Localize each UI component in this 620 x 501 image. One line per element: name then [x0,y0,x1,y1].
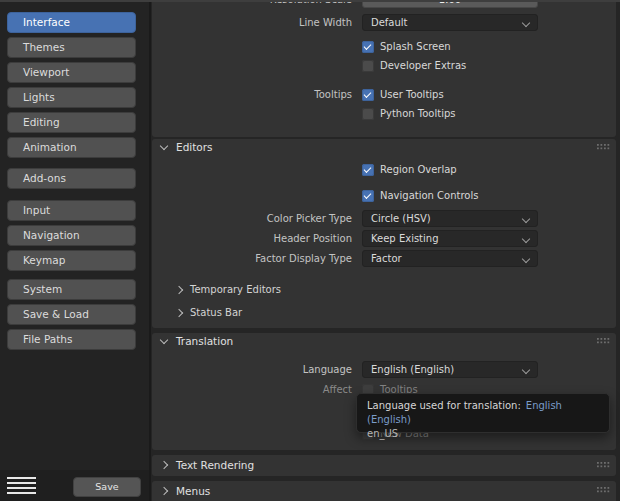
editors-panel-title: Editors [176,139,213,155]
color-picker-type-label: Color Picker Type [152,210,352,227]
sidebar-item-navigation[interactable]: Navigation [7,225,136,246]
temporary-editors-title: Temporary Editors [190,283,281,297]
header-position-label: Header Position [152,230,352,247]
translation-panel-title: Translation [176,333,233,349]
tooltip-line1: Language used for translation:English (E… [367,399,599,427]
tooltip-text: Language used for translation: [367,400,521,411]
navigation-controls-checkbox[interactable] [362,190,374,202]
editor-divider[interactable] [149,0,151,501]
sidebar-item-keymap[interactable]: Keymap [7,250,136,271]
factor-display-type-value: Factor [371,251,402,266]
developer-extras-checkbox[interactable] [362,60,374,72]
user-tooltips-checkbox[interactable] [362,89,374,101]
chevron-right-icon [175,309,183,317]
language-label: Language [152,361,352,378]
menus-panel-header[interactable]: Menus [152,481,616,501]
save-preferences-button[interactable]: Save Preferences * [73,477,141,497]
color-picker-type-value: Circle (HSV) [371,211,431,226]
text-rendering-panel-header[interactable]: Text Rendering [152,455,616,476]
color-picker-type-dropdown[interactable]: Circle (HSV) [362,210,538,227]
sidebar-item-editing[interactable]: Editing [7,112,136,133]
resolution-scale-slider[interactable]: 1.00 [362,2,538,8]
translation-panel-header[interactable]: Translation [152,333,616,349]
header-position-dropdown[interactable]: Keep Existing [362,230,538,247]
navigation-controls-row[interactable]: Navigation Controls [152,189,616,203]
sidebar-item-addons[interactable]: Add-ons [7,168,136,189]
region-overlap-label: Region Overlap [380,163,457,177]
chevron-down-icon [522,235,530,243]
header-position-row: Header Position Keep Existing [152,230,616,247]
line-width-value: Default [371,15,408,30]
factor-display-type-label: Factor Display Type [152,250,352,267]
check-icon [364,42,372,50]
region-overlap-checkbox[interactable] [362,164,374,176]
chevron-right-icon [160,487,168,495]
blender-preferences-window: Interface Themes Viewport Lights Editing… [0,0,620,501]
tooltips-group-label: Tooltips [152,88,352,102]
developer-extras-label: Developer Extras [380,59,466,73]
region-overlap-row[interactable]: Region Overlap [152,163,616,177]
user-tooltips-row[interactable]: Tooltips User Tooltips [152,88,616,102]
text-rendering-panel: Text Rendering [152,455,616,476]
sidebar-item-interface[interactable]: Interface [7,12,136,33]
resolution-scale-row: Resolution Scale 1.00 [152,2,616,8]
sidebar-item-save-load[interactable]: Save & Load [7,304,136,325]
sidebar-item-themes[interactable]: Themes [7,37,136,58]
preferences-sidebar: Interface Themes Viewport Lights Editing… [0,0,150,501]
sidebar-item-file-paths[interactable]: File Paths [7,329,136,350]
panel-grip-icon[interactable] [597,144,611,151]
python-tooltips-label: Python Tooltips [380,107,456,121]
factor-display-type-row: Factor Display Type Factor [152,250,616,267]
affect-group-label: Affect [152,383,352,397]
python-tooltips-checkbox[interactable] [362,108,374,120]
header-position-value: Keep Existing [371,231,439,246]
navigation-controls-label: Navigation Controls [380,189,478,203]
sidebar-item-viewport[interactable]: Viewport [7,62,136,83]
sidebar-item-animation[interactable]: Animation [7,137,136,158]
check-icon [364,165,372,173]
color-picker-type-row: Color Picker Type Circle (HSV) [152,210,616,227]
line-width-row: Line Width Default [152,14,616,31]
splash-screen-checkbox[interactable] [362,41,374,53]
chevron-right-icon [175,286,183,294]
panel-grip-icon[interactable] [597,462,611,469]
resolution-scale-label: Resolution Scale [152,2,352,8]
menus-panel: Menus [152,481,616,501]
python-tooltips-row[interactable]: Python Tooltips [152,107,616,121]
splash-screen-row[interactable]: Splash Screen [152,40,616,54]
line-width-label: Line Width [152,14,352,31]
user-tooltips-label: User Tooltips [380,88,444,102]
language-value: English (English) [371,362,454,377]
language-row: Language English (English) [152,361,616,378]
sidebar-item-input[interactable]: Input [7,200,136,221]
menus-panel-title: Menus [176,481,210,501]
check-icon [364,90,372,98]
chevron-down-icon [522,215,530,223]
interface-display-panel: Resolution Scale 1.00 Line Width Default… [152,2,616,137]
language-dropdown[interactable]: English (English) [362,361,538,378]
factor-display-type-dropdown[interactable]: Factor [362,250,538,267]
text-rendering-panel-title: Text Rendering [176,455,254,476]
status-bar-subpanel[interactable]: Status Bar [152,306,616,320]
developer-extras-row[interactable]: Developer Extras [152,59,616,73]
hamburger-menu-icon[interactable] [7,477,36,494]
top-edge-strip [0,0,620,2]
chevron-down-icon [522,19,530,27]
sidebar-item-lights[interactable]: Lights [7,87,136,108]
panel-grip-icon[interactable] [597,338,611,345]
sidebar-item-system[interactable]: System [7,279,136,300]
language-tooltip-popup: Language used for translation:English (E… [356,393,610,433]
editors-panel-header[interactable]: Editors [152,139,616,155]
chevron-down-icon [160,142,168,150]
editors-panel: Editors Region Overlap Navigation Contro… [152,139,616,328]
panel-grip-icon[interactable] [597,487,611,494]
status-bar-title: Status Bar [190,306,242,320]
line-width-dropdown[interactable]: Default [362,14,538,31]
chevron-down-icon [522,255,530,263]
chevron-down-icon [522,366,530,374]
chevron-right-icon [160,461,168,469]
check-icon [364,191,372,199]
splash-screen-label: Splash Screen [380,40,451,54]
temporary-editors-subpanel[interactable]: Temporary Editors [152,283,616,297]
chevron-down-icon [160,336,168,344]
